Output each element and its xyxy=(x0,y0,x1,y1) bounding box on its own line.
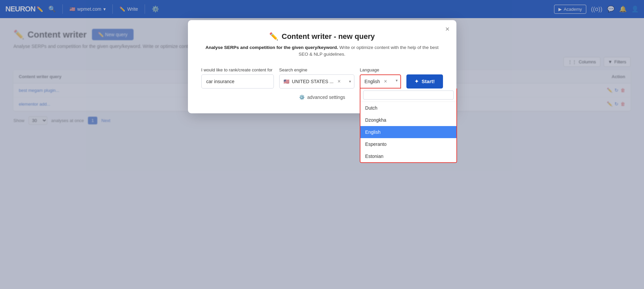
language-option-esperanto[interactable]: Esperanto xyxy=(360,138,456,150)
keyword-label: I would like to rank/create content for xyxy=(201,67,274,72)
language-list: Dutch Dzongkha English Esperanto Estonia… xyxy=(360,102,456,162)
engine-value: UNITED STATES ... xyxy=(292,79,334,84)
form-row-main: I would like to rank/create content for … xyxy=(201,67,443,89)
language-option-estonian[interactable]: Estonian xyxy=(360,150,456,162)
language-search-wrap xyxy=(360,89,456,102)
new-query-modal: × ✏️ Content writer - new query Analyse … xyxy=(188,20,456,113)
search-engine-select-wrap: 🇺🇸 UNITED STATES ... × ▾ xyxy=(279,74,354,89)
language-select[interactable]: English × ▾ xyxy=(360,74,401,89)
engine-chevron-icon: ▾ xyxy=(349,79,351,84)
language-chevron-icon: ▾ xyxy=(396,78,398,83)
search-engine-label: Search engine xyxy=(279,67,354,72)
modal-title-icon: ✏️ xyxy=(269,32,278,41)
language-dropdown: Dutch Dzongkha English Esperanto Estonia… xyxy=(360,89,457,163)
engine-flag: 🇺🇸 xyxy=(284,79,289,84)
language-value: English xyxy=(364,79,380,84)
language-label: Language xyxy=(360,67,401,72)
language-option-dutch[interactable]: Dutch xyxy=(360,102,456,114)
engine-clear-icon[interactable]: × xyxy=(336,78,342,84)
language-option-english[interactable]: English xyxy=(360,126,456,138)
close-button[interactable]: × xyxy=(445,25,450,33)
search-engine-field-group: Search engine 🇺🇸 UNITED STATES ... × ▾ xyxy=(279,67,354,89)
modal-subtitle: Analyse SERPs and competition for the gi… xyxy=(201,44,443,58)
modal-overlay: × ✏️ Content writer - new query Analyse … xyxy=(0,0,644,289)
language-dropdown-wrap: English × ▾ Dutch Dzongkha English xyxy=(360,74,401,89)
start-label: Start! xyxy=(422,78,435,84)
start-icon: ✦ xyxy=(414,78,419,84)
keyword-field-group: I would like to rank/create content for xyxy=(201,67,274,89)
advanced-settings-icon: ⚙️ xyxy=(299,95,305,100)
modal-title-text: Content writer - new query xyxy=(282,32,375,41)
keyword-input[interactable] xyxy=(201,74,274,89)
language-field-group: Language English × ▾ Dutch Dz xyxy=(360,67,401,89)
search-engine-select[interactable]: 🇺🇸 UNITED STATES ... × ▾ xyxy=(279,74,354,89)
advanced-settings-label: advanced settings xyxy=(307,95,345,100)
language-clear-icon[interactable]: × xyxy=(383,78,388,84)
modal-subtitle-part1: Analyse SERPs and competition for the gi… xyxy=(205,45,338,50)
start-button[interactable]: ✦ Start! xyxy=(406,74,443,89)
language-option-dzongkha[interactable]: Dzongkha xyxy=(360,114,456,126)
modal-title: ✏️ Content writer - new query xyxy=(201,32,443,41)
language-search-input[interactable] xyxy=(363,91,454,100)
